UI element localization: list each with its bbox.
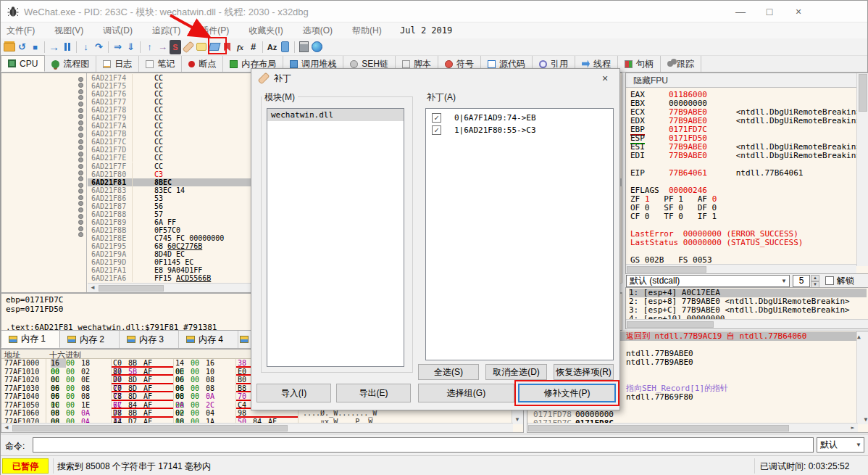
stop-icon[interactable] — [29, 40, 41, 54]
stepper-buttons[interactable]: ▲▼ — [811, 275, 819, 287]
module-list[interactable]: wechatwin.dll — [267, 108, 404, 367]
memory-tab-4[interactable]: 内存 4 — [179, 331, 238, 348]
animate-over-icon[interactable] — [125, 40, 137, 54]
scroll-thumb[interactable] — [627, 321, 714, 328]
scroll-up-arrow[interactable]: ▲ — [857, 334, 861, 340]
registers-hscrollbar[interactable] — [626, 264, 856, 273]
scroll-thumb[interactable] — [859, 74, 867, 112]
memory-tab-3[interactable]: 内存 3 — [120, 331, 179, 348]
register-list[interactable]: EAX 01186000EBX 00000000ECX 77B9ABE0 <nt… — [630, 91, 856, 266]
menu-options[interactable]: 选项(O) — [303, 25, 333, 37]
breakpoint-dot[interactable] — [78, 220, 83, 225]
arguments-hscrollbar[interactable] — [626, 319, 868, 329]
scroll-down-arrow[interactable]: ▼ — [861, 416, 868, 424]
tab-notes[interactable]: 笔记 — [139, 56, 182, 72]
scroll-down-arrow[interactable]: ▼ — [512, 416, 522, 424]
breakpoint-dot[interactable] — [78, 201, 83, 206]
internet-icon[interactable] — [311, 40, 323, 54]
menu-favourites[interactable]: 收藏夹(I) — [249, 25, 283, 37]
calling-convention-select[interactable]: 默认 (stdcall) ▼ — [626, 275, 790, 287]
breakpoint-dot[interactable] — [78, 207, 83, 212]
breakpoint-dot[interactable] — [78, 226, 83, 231]
restart-icon[interactable] — [16, 40, 28, 54]
stack-hscrollbar[interactable]: ► — [527, 423, 858, 432]
memory-tab-2[interactable]: 内存 2 — [60, 331, 120, 348]
breakpoint-dot[interactable] — [78, 170, 83, 175]
breakpoint-dot[interactable] — [78, 114, 83, 119]
step-over-icon[interactable] — [93, 40, 105, 54]
breakpoint-dot[interactable] — [78, 108, 83, 113]
title-bar[interactable]: WeChat.exe - PID: 263C - 模块: wechatwin.d… — [1, 1, 867, 22]
hide-fpu-button[interactable]: 隐藏FPU — [626, 73, 868, 88]
memory-tab-1[interactable]: 内存 1 — [1, 330, 60, 348]
patch-list-item[interactable]: 0|6A7F1AD9:74->EB — [426, 112, 613, 124]
restore-selection-button[interactable]: 恢复选择项(R) — [554, 364, 614, 380]
select-all-button[interactable]: 全选(S) — [418, 364, 479, 380]
tab-log[interactable]: 日志 — [96, 56, 139, 72]
maximize-button[interactable]: □ — [757, 1, 782, 22]
registers-vscrollbar[interactable] — [856, 73, 868, 266]
breakpoint-dot[interactable] — [78, 189, 83, 194]
tab-handles[interactable]: 句柄 — [618, 56, 661, 72]
import-button[interactable]: 导入(I) — [256, 384, 331, 402]
breakpoint-dot[interactable] — [78, 77, 83, 82]
module-list-item[interactable]: wechatwin.dll — [267, 109, 404, 121]
tab-cpu[interactable]: CPU — [1, 55, 45, 72]
dialog-close-button[interactable]: × — [596, 72, 614, 85]
open-file-icon[interactable] — [3, 40, 15, 54]
patch-list[interactable]: 0|6A7F1AD9:74->EB 1|6AD21F80:55->C3 — [425, 108, 614, 360]
crc-icon[interactable] — [247, 40, 259, 54]
patch-checkbox[interactable] — [432, 113, 441, 123]
arguments-pane[interactable]: 1: [esp+4] A0C17EEA2: [esp+8] 77B9ABE0 <… — [625, 287, 868, 329]
dialog-title-bar[interactable]: 补丁 × — [251, 69, 619, 88]
step-into-icon[interactable] — [80, 40, 92, 54]
command-profile-select[interactable]: 默认 ▼ — [817, 437, 864, 453]
function-icon[interactable] — [234, 40, 246, 54]
scroll-left-arrow[interactable]: ◄ — [88, 284, 98, 292]
breakpoint-dot[interactable] — [78, 195, 83, 200]
scroll-thumb[interactable] — [627, 266, 706, 273]
registers-pane[interactable]: 隐藏FPU EAX 01186000EBX 00000000ECX 77B9AB… — [625, 73, 868, 274]
breakpoint-dot[interactable] — [78, 145, 83, 150]
breakpoint-dot[interactable] — [78, 176, 83, 181]
breakpoint-dot[interactable] — [78, 164, 83, 169]
scroll-thumb[interactable] — [12, 425, 288, 431]
patch-checkbox[interactable] — [432, 125, 441, 135]
checkbox-icon[interactable] — [825, 276, 834, 285]
dump-hscrollbar[interactable]: ◄ — [1, 423, 513, 432]
breakpoint-dot[interactable] — [78, 102, 83, 107]
stepper-up-icon[interactable]: ▲ — [811, 275, 819, 281]
breakpoint-dot[interactable] — [78, 120, 83, 125]
menu-file[interactable]: 文件(F) — [7, 25, 35, 37]
scroll-left-arrow[interactable]: ◄ — [1, 424, 12, 432]
breakpoint-dot[interactable] — [78, 126, 83, 131]
breakpoint-dot[interactable] — [78, 157, 83, 162]
pick-groups-button[interactable]: 选择组(G) — [418, 384, 514, 402]
breakpoint-dot[interactable] — [78, 152, 83, 157]
breakpoint-dot[interactable] — [78, 232, 83, 237]
scroll-thumb[interactable] — [99, 285, 164, 292]
breakpoint-dot[interactable] — [78, 95, 83, 100]
breakpoint-dot[interactable] — [78, 214, 83, 219]
menu-view[interactable]: 视图(V) — [54, 25, 83, 37]
patch-list-item[interactable]: 1|6AD21F80:55->C3 — [426, 124, 613, 136]
export-button[interactable]: 导出(E) — [336, 384, 411, 402]
menu-debug[interactable]: 调试(D) — [103, 25, 133, 37]
breakpoint-dot[interactable] — [78, 183, 83, 188]
deselect-all-button[interactable]: 取消全选(D) — [485, 364, 547, 380]
run-icon[interactable] — [48, 40, 60, 54]
animate-into-icon[interactable] — [112, 40, 124, 54]
minimize-button[interactable]: — — [728, 1, 753, 22]
argument-list[interactable]: 1: [esp+4] A0C17EEA2: [esp+8] 77B9ABE0 <… — [629, 289, 867, 323]
strings-icon[interactable] — [266, 40, 278, 54]
menu-help[interactable]: 帮助(H) — [352, 25, 382, 37]
argument-count-stepper[interactable]: 5 — [793, 275, 810, 287]
tab-trace[interactable]: 跟踪 — [661, 56, 701, 72]
unlock-checkbox[interactable]: 解锁 — [825, 275, 854, 287]
calculator-icon[interactable] — [298, 40, 310, 54]
modules-icon[interactable] — [279, 40, 291, 54]
scroll-right-arrow[interactable]: ► — [848, 424, 858, 432]
tab-breakpoints[interactable]: 断点 — [182, 56, 223, 72]
breakpoint-dot[interactable] — [78, 133, 83, 138]
scroll-thumb[interactable] — [528, 425, 789, 431]
